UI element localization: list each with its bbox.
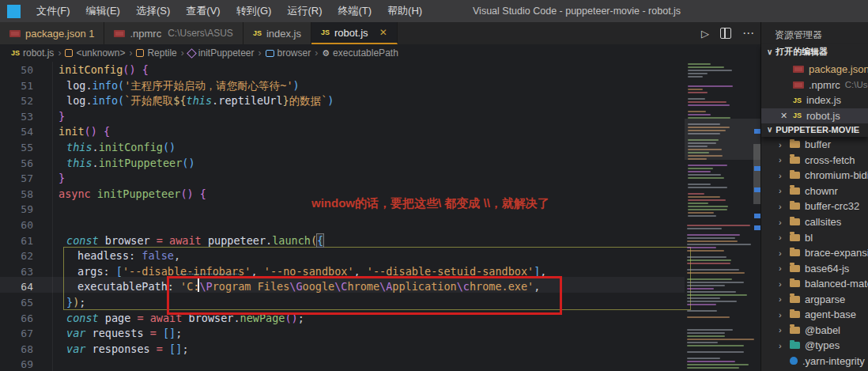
code-token: () [123,63,135,76]
code-line-56[interactable]: this.initPuppeteer() [66,156,195,172]
code-line-62[interactable]: headless: false, [77,248,180,264]
code-token: , [174,249,180,262]
open-editor-package.json[interactable]: package.json [761,62,868,78]
chevron-right-icon: › [779,341,785,350]
tree-item-chownr[interactable]: ›chownr [761,184,868,199]
tree-item-bl[interactable]: ›bl [761,229,868,245]
code-token: = [157,234,163,247]
chevron-right-icon: › [779,325,785,335]
code-token: } [58,172,65,184]
chevron-right-icon: › [779,171,785,180]
open-editor-.npmrc[interactable]: .npmrcC:\Users\ASUS [761,78,868,93]
npm-icon [114,30,125,37]
tab-label: .npmrc [130,28,161,40]
minimap-line [688,196,720,198]
breadcrumb-item[interactable]: JSrobot.js [11,47,54,59]
project-section-header[interactable]: ∨ PUPPETEER-MOVIE [761,122,868,137]
menu-item[interactable]: 选择(S) [128,0,178,22]
code-token: ( [311,234,317,247]
menu-item[interactable]: 终端(T) [330,0,379,22]
code-line-61[interactable]: const browser = await puppeteer.launch({ [66,233,323,249]
tree-item-brace-expansion[interactable]: ›brace-expansion [761,245,868,261]
open-editor-index.js[interactable]: JSindex.js [761,93,868,108]
tree-item--types[interactable]: ›@types [761,338,868,354]
code-token: `开始爬取 [124,94,173,107]
menu-item[interactable]: 帮助(H) [379,0,430,22]
minimap-line [688,187,727,188]
minimap-viewport[interactable] [685,119,761,160]
tab-package.json-1[interactable]: package.json 1 [0,22,104,44]
code-token: ; [182,343,188,355]
code-line-55[interactable]: this.initConfig() [66,140,175,156]
breadcrumb-item[interactable]: ⚙executablePath [322,47,398,59]
line-number: 63 [0,264,33,280]
tree-item-label: balanced-match [805,278,868,290]
breadcrumb-item[interactable]: browser [266,47,311,59]
minimap-line [687,304,716,305]
code-line-66[interactable]: const page = await browser.newPage(); [66,311,304,327]
menu-item[interactable]: 转到(G) [228,0,280,22]
file-label: .npmrc [809,79,840,91]
code-line-58[interactable]: async initPuppeteer() { [58,187,206,203]
menu-item[interactable]: 编辑(E) [78,0,128,22]
tree-item-callsites[interactable]: ›callsites [761,214,868,230]
code-line-63[interactable]: args: ['--disable-infobars', '--no-sandb… [77,264,546,280]
code-token: const [66,312,99,324]
tree-item--babel[interactable]: ›@babel [761,323,868,339]
tab-robot.js[interactable]: JSrobot.js✕ [311,22,398,44]
tree-item-buffer[interactable]: ›buffer [761,137,868,153]
code-token: this [66,141,92,153]
breadcrumb-item[interactable]: <unknown> [65,47,125,59]
code-token [163,343,169,355]
breadcrumb-item[interactable]: initPuppeteer [188,47,255,59]
code-line-51[interactable]: log.info('主程序开始启动，请您耐心等待~') [66,78,300,94]
breadcrumb-item[interactable]: Reptile [136,47,176,59]
chevron-right-icon: › [779,279,785,289]
run-icon[interactable]: ▷ [701,28,709,40]
tree-item-chromium-bidi[interactable]: ›chromium-bidi [761,168,868,184]
tree-item-argparse[interactable]: ›argparse [761,292,868,308]
code-line-52[interactable]: log.info(`开始爬取${this.reptileUrl}的数据`) [66,93,334,109]
chevron-down-icon: ∨ [767,47,772,56]
more-actions-icon[interactable]: ⋯ [742,26,755,40]
folder-icon [790,342,800,349]
code-line-68[interactable]: var responses = []; [66,342,189,358]
open-editors-header[interactable]: ∨ 打开的编辑器 [761,44,868,59]
code-token: args [77,265,104,278]
tree-item--yarn-integrity[interactable]: .yarn-integrity [761,354,868,369]
menu-item[interactable]: 查看(V) [178,0,228,22]
tree-item-agent-base[interactable]: ›agent-base [761,307,868,323]
breadcrumb-separator: › [58,47,61,59]
code-token: \C [334,280,347,293]
tab-index.js[interactable]: JSindex.js [243,22,311,44]
code-token [144,327,150,339]
tree-item-buffer-crc32[interactable]: ›buffer-crc32 [761,199,868,214]
minimap-line [687,351,744,353]
scrollbar-thumb[interactable] [753,144,760,204]
code-line-64[interactable]: executablePath: 'C:\Program Files\Google… [77,279,540,295]
code-line-57[interactable]: } [58,171,65,187]
menu-item[interactable]: 文件(F) [28,0,78,22]
tree-item-cross-fetch[interactable]: ›cross-fetch [761,153,868,168]
code-line-67[interactable]: var requests = []; [66,326,182,342]
tree-item-balanced-match[interactable]: ›balanced-match [761,276,868,292]
minimap[interactable] [685,62,753,371]
code-line-54[interactable]: init() { [58,124,110,140]
folder-icon [790,218,800,225]
minimap-line [688,215,716,217]
minimap-line [688,92,708,93]
code-line-50[interactable]: initConfig() { [58,62,149,78]
code-line-65[interactable]: }); [66,295,85,311]
close-icon[interactable]: ✕ [780,111,787,121]
menu-item[interactable]: 运行(R) [279,0,330,22]
code-editor[interactable]: 5051525354555657585960616263646566676869… [0,62,761,371]
code-token: . [266,234,272,247]
tab-label: package.json 1 [25,28,94,40]
split-editor-icon[interactable] [720,28,731,39]
close-icon[interactable]: ✕ [379,27,387,38]
tree-item-base64-js[interactable]: ›base64-js [761,260,868,276]
code-token: const [66,234,99,247]
code-line-53[interactable]: } [58,109,65,125]
tab-.npmrc[interactable]: .npmrcC:\Users\ASUS [104,22,243,44]
minimap-line [687,237,735,239]
